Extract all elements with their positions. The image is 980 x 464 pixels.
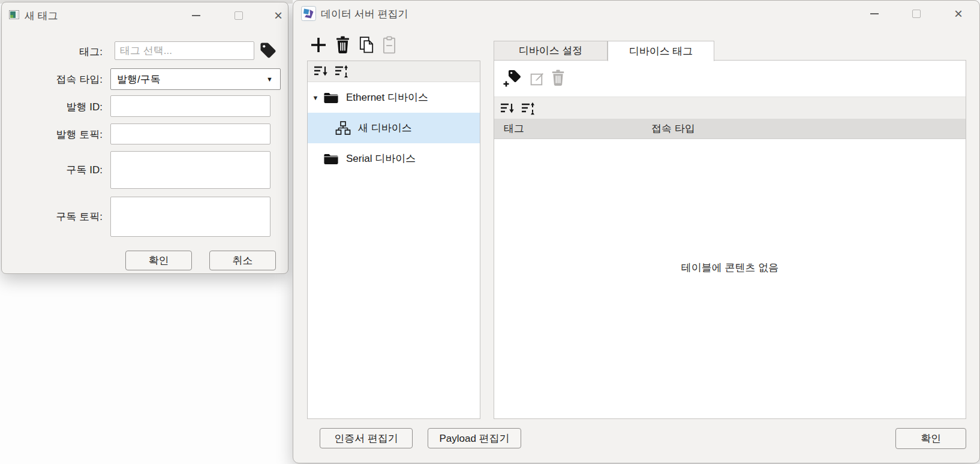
tab-device-settings[interactable]: 디바이스 설정	[494, 41, 608, 61]
device-tags-panel: 태그 접속 타입 테이블에 콘텐츠 없음	[494, 60, 966, 419]
folder-icon	[323, 153, 339, 165]
sub-topic-input[interactable]	[110, 197, 270, 237]
server-editor-window-icon	[301, 6, 316, 21]
device-tree-panel: ▼ Ethernet 디바이스 새 디바이스	[307, 61, 480, 419]
tag-picker-button[interactable]	[258, 41, 278, 60]
close-icon[interactable]: ×	[949, 5, 967, 23]
network-device-icon	[335, 121, 351, 135]
maximize-icon[interactable]	[907, 5, 925, 23]
trash-icon	[551, 70, 566, 86]
edit-tag-button[interactable]	[528, 70, 546, 88]
add-device-button[interactable]	[309, 35, 328, 55]
tree-expand-arrow-icon[interactable]: ▼	[308, 94, 323, 101]
tree-sort-bar	[308, 61, 480, 82]
new-tag-titlebar[interactable]: 새 태그 ×	[2, 2, 288, 28]
delete-tag-button[interactable]	[549, 68, 566, 88]
tree-item-label: Ethernet 디바이스	[346, 91, 428, 104]
sub-id-label: 구독 ID:	[2, 163, 103, 177]
cancel-button[interactable]: 취소	[209, 251, 276, 270]
pub-topic-label: 발행 토픽:	[2, 128, 103, 141]
paste-icon	[381, 36, 397, 54]
tag-field-label: 태그:	[2, 45, 103, 59]
copy-icon	[358, 36, 375, 54]
copy-device-button[interactable]	[357, 35, 376, 55]
ok-button[interactable]: 확인	[125, 251, 192, 270]
pub-id-label: 발행 ID:	[2, 100, 103, 114]
tab-label: 디바이스 태그	[629, 44, 693, 58]
tree-item-serial-devices[interactable]: Serial 디바이스	[308, 143, 480, 174]
conn-type-label: 접속 타입:	[2, 73, 103, 86]
close-icon[interactable]: ×	[269, 7, 287, 25]
conn-type-value: 발행/구독	[117, 73, 161, 86]
sort-ascending-descending-icon[interactable]	[334, 64, 350, 79]
new-tag-window-icon	[9, 10, 19, 19]
new-tag-title: 새 태그	[25, 9, 58, 23]
tree-item-label: Serial 디바이스	[346, 152, 416, 165]
ok-button[interactable]: 확인	[895, 428, 966, 449]
tag-icon	[259, 41, 277, 59]
trash-icon	[335, 36, 351, 54]
sub-topic-label: 구독 토픽:	[2, 210, 103, 224]
plus-icon	[309, 36, 327, 54]
tag-add-icon	[503, 68, 523, 88]
pub-topic-input[interactable]	[110, 123, 270, 144]
new-tag-dialog: 새 태그 × 태그: 접속 타입: 발행 ID: 발행 토픽: 구독 ID: 구…	[1, 2, 288, 274]
data-server-editor-window: 데이터 서버 편집기 ×	[293, 0, 980, 463]
minimize-icon[interactable]	[865, 5, 883, 23]
paste-device-button[interactable]	[380, 35, 399, 55]
add-tag-button[interactable]	[503, 68, 523, 88]
payload-editor-button[interactable]: Payload 편집기	[428, 428, 521, 448]
tree-item-ethernet-devices[interactable]: ▼ Ethernet 디바이스	[308, 82, 480, 113]
sub-id-input[interactable]	[110, 151, 270, 189]
column-header-tag[interactable]: 태그	[494, 122, 651, 135]
conn-type-select[interactable]: 발행/구독 ▼	[110, 68, 281, 90]
chevron-down-icon: ▼	[266, 76, 273, 83]
server-editor-title: 데이터 서버 편집기	[321, 7, 408, 21]
sort-descending-icon[interactable]	[500, 101, 515, 116]
delete-device-button[interactable]	[333, 35, 352, 55]
tag-select-input[interactable]	[115, 41, 254, 60]
pub-id-input[interactable]	[110, 95, 270, 117]
tag-table-header: 태그 접속 타입	[494, 119, 966, 139]
minimize-icon[interactable]	[187, 7, 205, 25]
sort-descending-icon[interactable]	[313, 64, 329, 79]
tree-item-label: 새 디바이스	[358, 121, 412, 135]
maximize-icon[interactable]	[230, 7, 248, 25]
tag-table-sort-bar	[494, 97, 966, 120]
edit-icon	[529, 71, 545, 87]
sort-ascending-descending-icon[interactable]	[521, 101, 536, 116]
certificate-editor-button[interactable]: 인증서 편집기	[320, 428, 413, 448]
tab-label: 디바이스 설정	[519, 44, 583, 58]
folder-icon	[323, 92, 339, 104]
tree-item-new-device[interactable]: 새 디바이스	[308, 113, 480, 143]
tab-device-tags[interactable]: 디바이스 태그	[608, 41, 714, 61]
column-header-conn-type[interactable]: 접속 타입	[651, 122, 695, 135]
server-editor-titlebar[interactable]: 데이터 서버 편집기 ×	[293, 1, 979, 26]
table-empty-message: 테이블에 콘텐츠 없음	[494, 261, 966, 275]
